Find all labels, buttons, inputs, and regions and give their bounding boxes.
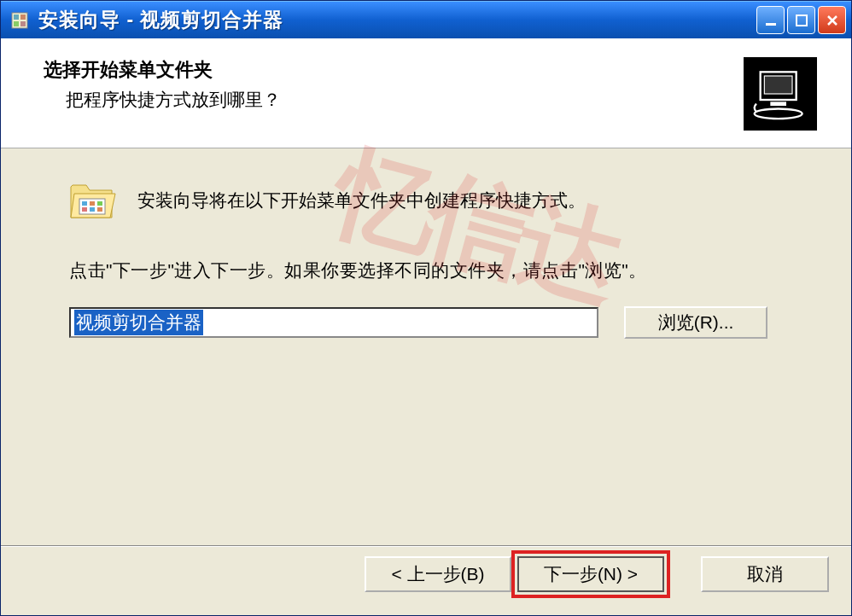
minimize-icon: [765, 15, 777, 26]
close-button[interactable]: [818, 6, 846, 34]
next-button-highlight: 下一步(N) >: [511, 550, 670, 598]
svg-point-12: [755, 109, 802, 119]
instruction-text-2: 点击"下一步"进入下一步。如果你要选择不同的文件夹，请点击"浏览"。: [69, 259, 791, 282]
installer-window: 安装向导 - 视频剪切合并器 选择开始菜单文件夹 把程序快捷方式放到哪里？: [0, 0, 852, 616]
watermark: 忆信达: [321, 123, 629, 330]
maximize-button[interactable]: [787, 6, 815, 34]
page-title: 选择开始菜单文件夹: [44, 57, 744, 83]
maximize-icon: [796, 15, 808, 26]
minimize-button[interactable]: [756, 6, 785, 34]
page-subtitle: 把程序快捷方式放到哪里？: [66, 88, 744, 112]
svg-rect-2: [20, 15, 26, 20]
svg-rect-18: [90, 207, 95, 212]
instruction-text-1: 安装向导将在以下开始菜单文件夹中创建程序快捷方式。: [137, 189, 586, 212]
svg-rect-4: [20, 21, 26, 26]
app-icon: [9, 10, 30, 31]
svg-rect-3: [14, 21, 19, 26]
close-icon: [826, 15, 838, 26]
button-bar: < 上一步(B) 下一步(N) > 取消: [365, 550, 829, 598]
svg-rect-13: [79, 199, 105, 214]
browse-button[interactable]: 浏览(R)...: [624, 306, 767, 339]
svg-rect-16: [97, 201, 102, 206]
header-area: 选择开始菜单文件夹 把程序快捷方式放到哪里？: [1, 38, 851, 148]
svg-rect-1: [14, 15, 19, 20]
svg-rect-10: [764, 76, 792, 94]
cancel-button[interactable]: 取消: [701, 556, 829, 592]
folder-path-input[interactable]: 视频剪切合并器: [69, 307, 598, 338]
window-title: 安装向导 - 视频剪切合并器: [38, 7, 756, 33]
titlebar: 安装向导 - 视频剪切合并器: [1, 1, 851, 38]
window-controls: [756, 6, 846, 34]
folder-path-value: 视频剪切合并器: [74, 310, 203, 335]
svg-rect-11: [770, 102, 786, 106]
svg-rect-5: [766, 23, 776, 26]
svg-rect-15: [90, 201, 95, 206]
setup-icon: [744, 57, 817, 131]
next-button[interactable]: 下一步(N) >: [517, 556, 664, 592]
svg-rect-6: [797, 15, 807, 26]
svg-rect-17: [82, 207, 87, 212]
back-button[interactable]: < 上一步(B): [365, 556, 511, 592]
divider: [1, 545, 851, 547]
folder-icon: [69, 178, 117, 223]
svg-rect-14: [82, 201, 87, 206]
content-area: 忆信达 安装向导将在以下开始菜单文件夹中创建程序快捷方式。 点击"下一步"进入下…: [1, 148, 851, 549]
svg-rect-19: [97, 207, 102, 212]
